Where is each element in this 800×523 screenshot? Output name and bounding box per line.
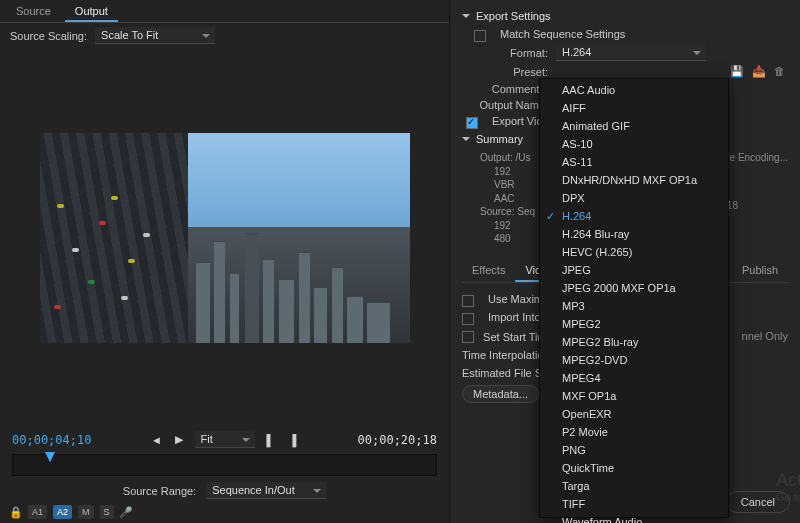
playback-controls: ◄ ▶ Fit ▌ ▐ — [151, 431, 299, 448]
format-option[interactable]: Waveform Audio — [540, 513, 728, 523]
preview-frame — [40, 133, 410, 343]
format-option[interactable]: MP3 — [540, 297, 728, 315]
export-video-checkbox[interactable] — [466, 117, 478, 129]
format-dropdown[interactable]: AAC AudioAIFFAnimated GIFAS-10AS-11DNxHR… — [539, 78, 729, 518]
metadata-button[interactable]: Metadata... — [462, 385, 539, 403]
format-option[interactable]: MPEG2 Blu-ray — [540, 333, 728, 351]
format-option[interactable]: MPEG2 — [540, 315, 728, 333]
format-option[interactable]: JPEG 2000 MXF OP1a — [540, 279, 728, 297]
import-project-checkbox[interactable] — [462, 313, 474, 325]
format-option[interactable]: Animated GIF — [540, 117, 728, 135]
format-option[interactable]: Targa — [540, 477, 728, 495]
use-max-checkbox[interactable] — [462, 295, 474, 307]
playhead[interactable] — [45, 452, 55, 462]
play-icon[interactable]: ▶ — [173, 434, 185, 446]
preview-tabs: Source Output — [0, 0, 449, 23]
source-scaling-select[interactable]: Scale To Fit — [95, 27, 215, 44]
format-option[interactable]: MXF OP1a — [540, 387, 728, 405]
delete-preset-icon[interactable]: 🗑 — [774, 65, 788, 79]
format-option[interactable]: AS-11 — [540, 153, 728, 171]
step-back-icon[interactable]: ◄ — [151, 434, 163, 446]
output-name-label: Output Name: — [462, 99, 548, 111]
subtab-effects[interactable]: Effects — [462, 260, 515, 282]
format-option[interactable]: AS-10 — [540, 135, 728, 153]
time-ruler[interactable] — [12, 454, 437, 476]
format-option[interactable]: TIFF — [540, 495, 728, 513]
format-option[interactable]: H.264 Blu-ray — [540, 225, 728, 243]
format-option[interactable]: DNxHR/DNxHD MXF OP1a — [540, 171, 728, 189]
zoom-fit-select[interactable]: Fit — [195, 431, 255, 448]
timecode-in[interactable]: 00;00;04;10 — [12, 433, 91, 447]
format-option[interactable]: OpenEXR — [540, 405, 728, 423]
format-option[interactable]: MPEG2-DVD — [540, 351, 728, 369]
chevron-down-icon — [462, 10, 470, 22]
format-option[interactable]: HEVC (H.265) — [540, 243, 728, 261]
format-option[interactable]: JPEG — [540, 261, 728, 279]
source-range-row: Source Range: Sequence In/Out — [0, 480, 449, 501]
audio-track-buttons: 🔒 A1 A2 M S 🎤 — [0, 501, 449, 523]
format-option[interactable]: AAC Audio — [540, 81, 728, 99]
format-select[interactable]: H.264 — [556, 44, 706, 61]
tab-source[interactable]: Source — [6, 2, 61, 22]
track-a2[interactable]: A2 — [53, 505, 72, 519]
subtab-publish[interactable]: Publish — [732, 260, 788, 282]
tab-output[interactable]: Output — [65, 2, 118, 22]
source-scaling-label: Source Scaling: — [10, 30, 87, 42]
match-sequence-label: Match Sequence Settings — [500, 28, 625, 40]
timecode-out: 00;00;20;18 — [358, 433, 437, 447]
comments-label: Comments: — [462, 83, 548, 95]
format-option[interactable]: P2 Movie — [540, 423, 728, 441]
track-s[interactable]: S — [100, 505, 114, 519]
mark-out-icon[interactable]: ▐ — [287, 434, 299, 446]
save-preset-icon[interactable]: 💾 — [730, 65, 744, 79]
summary-label[interactable]: Summary — [476, 133, 523, 145]
format-option[interactable]: DPX — [540, 189, 728, 207]
preset-label: Preset: — [462, 66, 548, 78]
match-sequence-checkbox[interactable] — [474, 30, 486, 42]
format-option[interactable]: MPEG4 — [540, 369, 728, 387]
dialog-buttons: Cancel — [726, 491, 790, 513]
cancel-button[interactable]: Cancel — [726, 491, 790, 513]
source-scaling-row: Source Scaling: Scale To Fit — [0, 23, 449, 48]
export-settings-panel: Export Settings Match Sequence Settings … — [450, 0, 800, 523]
mark-in-icon[interactable]: ▌ — [265, 434, 277, 446]
render-only-label: nnel Only — [742, 330, 788, 342]
format-option[interactable]: H.264 — [540, 207, 728, 225]
import-preset-icon[interactable]: 📥 — [752, 65, 766, 79]
chevron-down-icon — [462, 133, 470, 145]
format-option[interactable]: AIFF — [540, 99, 728, 117]
format-option[interactable]: PNG — [540, 441, 728, 459]
source-range-label: Source Range: — [123, 485, 196, 497]
lock-icon[interactable]: 🔒 — [10, 506, 22, 518]
track-m[interactable]: M — [78, 505, 94, 519]
timecode-bar: 00;00;04;10 ◄ ▶ Fit ▌ ▐ 00;00;20;18 — [0, 427, 449, 452]
source-range-select[interactable]: Sequence In/Out — [206, 482, 326, 499]
export-settings-header[interactable]: Export Settings — [462, 10, 788, 22]
track-a1[interactable]: A1 — [28, 505, 47, 519]
format-label: Format: — [462, 47, 548, 59]
video-preview — [0, 48, 449, 427]
left-panel: Source Output Source Scaling: Scale To F… — [0, 0, 450, 523]
set-start-tc-checkbox[interactable] — [462, 331, 474, 343]
export-settings-title: Export Settings — [476, 10, 551, 22]
mic-icon[interactable]: 🎤 — [120, 506, 132, 518]
format-option[interactable]: QuickTime — [540, 459, 728, 477]
